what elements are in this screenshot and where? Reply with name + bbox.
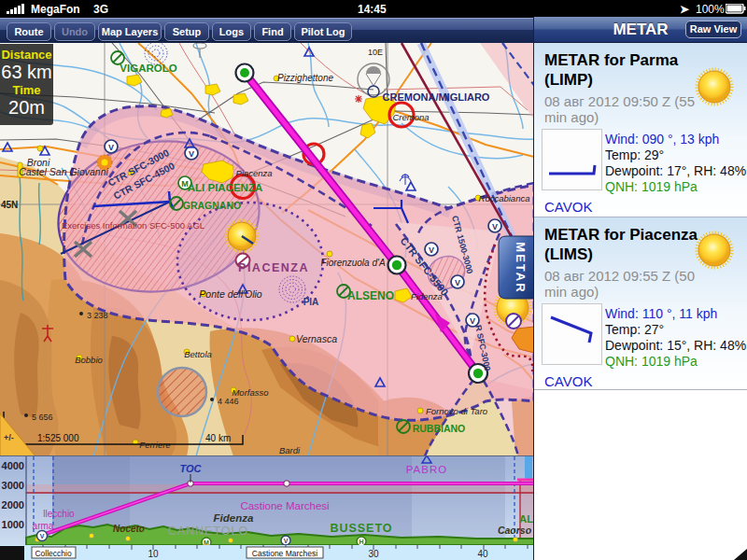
svg-text:V: V [470, 316, 475, 326]
svg-text:Collecchio: Collecchio [35, 549, 71, 558]
svg-text:RUBBIANO: RUBBIANO [413, 423, 466, 434]
svg-text:2000: 2000 [2, 499, 24, 511]
svg-text:Fornovo di Taro: Fornovo di Taro [426, 406, 487, 416]
svg-text:Roccabianca: Roccabianca [479, 193, 530, 203]
svg-text:CANNETOLO: CANNETOLO [168, 525, 249, 538]
svg-text:CREMONA/MIGLIARO: CREMONA/MIGLIARO [383, 91, 490, 103]
svg-text:H: H [359, 539, 363, 545]
svg-text:V: V [189, 149, 194, 159]
svg-text:Exercises Information SFC-500: Exercises Information SFC-500 AGL [62, 220, 204, 231]
svg-text:10E: 10E [368, 48, 383, 57]
svg-text:10: 10 [148, 549, 159, 559]
svg-text:M: M [204, 539, 209, 546]
svg-text:VIGAROLO: VIGAROLO [120, 63, 176, 74]
svg-text:Pizzighettone: Pizzighettone [277, 73, 333, 83]
svg-text:TOC: TOC [179, 463, 202, 474]
svg-text:V: V [455, 278, 460, 287]
svg-text:1:525 000: 1:525 000 [37, 433, 79, 443]
svg-text:Bardi: Bardi [279, 445, 301, 455]
svg-text:arma: arma [33, 521, 54, 531]
svg-text:METAR: METAR [514, 242, 528, 293]
svg-text:+/-: +/- [4, 433, 14, 442]
svg-text:Fidenza: Fidenza [411, 291, 443, 301]
svg-text:Bettola: Bettola [184, 349, 212, 359]
svg-text:GRAGNANO: GRAGNANO [183, 200, 241, 211]
svg-text:3000: 3000 [2, 480, 24, 491]
svg-text:ALSENO: ALSENO [347, 289, 394, 302]
svg-text:3 238: 3 238 [87, 311, 108, 320]
svg-text:llecchio: llecchio [43, 509, 75, 519]
svg-text:V: V [492, 222, 498, 231]
svg-text:Cremona: Cremona [392, 112, 429, 122]
svg-text:AL: AL [519, 513, 533, 525]
svg-text:V: V [429, 245, 434, 255]
svg-text:Bobbio: Bobbio [75, 355, 103, 365]
svg-text:Castel San Giovanni: Castel San Giovanni [19, 166, 108, 177]
svg-text:5 656: 5 656 [32, 413, 53, 422]
svg-text:Noceto: Noceto [113, 524, 145, 534]
svg-text:Fidenza: Fidenza [214, 512, 254, 524]
svg-text:PABRO: PABRO [406, 464, 447, 475]
svg-text:V: V [108, 143, 114, 152]
svg-text:Ponte dell'Olio: Ponte dell'Olio [199, 288, 262, 300]
svg-text:4000: 4000 [2, 460, 24, 471]
svg-text:40 km: 40 km [205, 433, 231, 443]
svg-text:30: 30 [368, 549, 379, 559]
svg-text:Caorso: Caorso [498, 525, 532, 536]
svg-text:40: 40 [477, 549, 488, 559]
svg-text:V: V [284, 538, 289, 544]
svg-text:Castione Marchesi: Castione Marchesi [252, 549, 318, 558]
svg-text:Castione Marchesi: Castione Marchesi [240, 500, 329, 511]
svg-text:Vernasca: Vernasca [296, 333, 337, 344]
svg-text:Fiorenzuola d'A: Fiorenzuola d'A [320, 258, 386, 268]
svg-text:PIA: PIA [303, 297, 319, 307]
svg-text:ALI PIACENZA: ALI PIACENZA [188, 182, 263, 193]
svg-text:V: V [40, 533, 45, 539]
svg-text:PIACENZA: PIACENZA [238, 261, 309, 274]
svg-text:4 446: 4 446 [218, 397, 239, 406]
svg-text:Piacenza: Piacenza [235, 168, 272, 178]
svg-text:BUSSETO: BUSSETO [330, 522, 392, 535]
svg-text:45N: 45N [1, 200, 18, 210]
svg-text:1000: 1000 [2, 519, 24, 530]
